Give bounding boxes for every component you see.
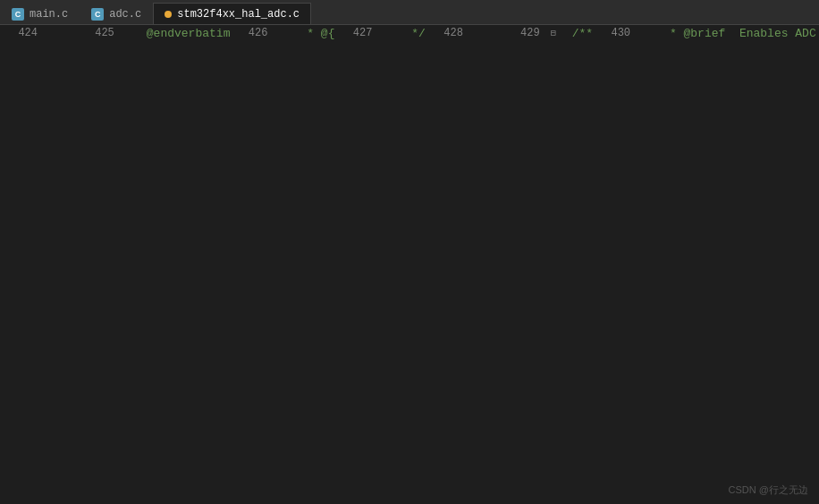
code-line-429: 429⊟/** [502,25,593,42]
tab-main-c-icon: C [12,8,24,21]
fold-indicator [637,25,650,42]
line-number: 428 [426,25,470,42]
line-number: 430 [593,25,637,42]
code-text [70,25,77,42]
code-text [495,25,502,42]
line-number: 429 [502,25,547,42]
debug-arrow-indicator [650,25,663,42]
line-number: 424 [0,25,45,42]
debug-arrow-indicator [57,25,70,42]
code-line-427: 427 */ [334,25,425,42]
debug-arrow-indicator [392,25,404,42]
fold-indicator [470,25,483,42]
debug-arrow-indicator [287,25,300,42]
line-number: 426 [230,25,274,42]
code-text: @endverbatim [147,25,231,42]
code-text: /** [572,25,593,42]
tab-stm32-h[interactable]: stm32f4xx_hal_adc.c [153,3,311,24]
code-text: */ [404,25,425,42]
fold-indicator[interactable]: ⊟ [547,25,560,42]
tab-stm32-h-label: stm32f4xx_hal_adc.c [177,8,300,21]
code-line-425: 425@endverbatim [77,25,231,42]
code-text: * @brief Enables ADC and starts conversi… [663,25,819,42]
line-number: 427 [334,25,379,42]
code-line-424: 424 [0,25,77,42]
fold-indicator [379,25,392,42]
debug-arrow-indicator [560,25,572,42]
code-line-426: 426 * @{ [230,25,334,42]
fold-indicator [45,25,57,42]
tab-main-c-label: main.c [30,8,68,21]
code-text: * @{ [300,25,334,42]
editor-area: 424 425@endverbatim426 * @{427 */428 429… [0,25,819,504]
code-line-430: 430 * @brief Enables ADC and starts conv… [593,25,819,42]
tab-stm32-modified-icon [165,11,172,18]
line-number: 425 [77,25,122,42]
debug-arrow-indicator [483,25,495,42]
tab-main-c[interactable]: C main.c [0,3,80,24]
tab-adc-c-label: adc.c [109,8,141,21]
code-line-428: 428 [426,25,502,42]
tab-adc-c-icon: C [91,8,104,21]
tab-adc-c[interactable]: C adc.c [80,3,153,24]
tab-bar: C main.c C adc.c stm32f4xx_hal_adc.c [0,0,819,25]
watermark: CSDN @行之无边 [729,483,808,497]
debug-arrow-indicator [134,25,147,42]
fold-indicator [274,25,287,42]
fold-indicator [122,25,134,42]
